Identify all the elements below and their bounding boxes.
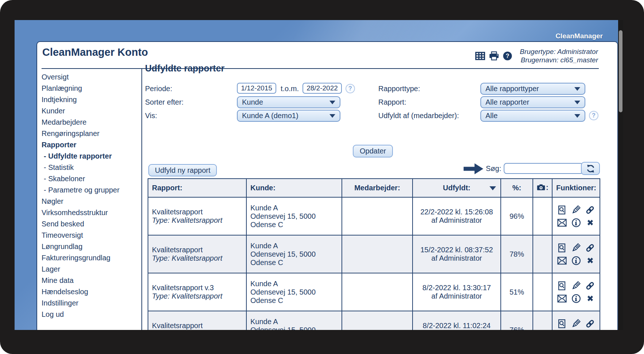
report-name: Kvalitetsrapport v.3 — [152, 284, 242, 292]
periode-from-input[interactable] — [237, 83, 276, 94]
rapport-select[interactable]: Alle rapporter — [480, 96, 585, 108]
udfyldt-af-select[interactable]: Alle — [480, 110, 585, 122]
sidebar-item-statistik[interactable]: - Statistik — [42, 162, 140, 173]
mail-icon[interactable] — [557, 219, 567, 227]
report-name: Kvalitetsrapport — [152, 208, 242, 216]
rapporttype-select[interactable]: Alle rapporttyper — [480, 83, 585, 95]
sidebar-item-kunder[interactable]: Kunder — [42, 105, 140, 117]
udfyld-ny-rapport-button[interactable]: Udfyld ny rapport — [148, 164, 217, 176]
sidebar-item-parametre-og-grupper[interactable]: - Parametre og grupper — [42, 184, 140, 196]
printer-icon[interactable] — [489, 51, 499, 61]
sidebar-item-indstillinger[interactable]: Indstillinger — [42, 297, 140, 309]
link-icon[interactable] — [585, 205, 595, 215]
search-input[interactable] — [504, 163, 583, 174]
vis-select[interactable]: Kunde A (demo1) — [237, 110, 340, 122]
report-type: Type: Kvalitetsrapport — [152, 216, 242, 225]
periode-to-input[interactable] — [303, 83, 342, 94]
browser-viewport: CleanManager CleanManager Konto ? Bruger… — [15, 20, 623, 330]
header-divider — [42, 68, 599, 69]
link-icon[interactable] — [585, 243, 595, 253]
customer-name: Kunde A — [250, 318, 338, 326]
col-funktioner[interactable]: Funktioner: — [552, 179, 600, 197]
customer-city: Odense C — [250, 296, 338, 305]
sidebar-item-timeoversigt[interactable]: Timeoversigt — [42, 230, 140, 241]
edit-icon[interactable] — [571, 281, 581, 291]
sidebar-item-medarbejdere[interactable]: Medarbejdere — [42, 117, 140, 128]
sidebar-item-virksomhedsstruktur[interactable]: Virksomhedsstruktur — [42, 207, 140, 218]
report-name: Kvalitetsrapport — [152, 322, 242, 330]
preview-icon[interactable] — [557, 243, 566, 253]
sidebar-item-rengoeringsplaner[interactable]: Rengøringsplaner — [42, 128, 140, 139]
search-label: Søg: — [486, 164, 501, 173]
employee-cell — [342, 311, 413, 330]
function-icons — [556, 318, 596, 330]
sidebar-item-udfyldte-rapporter[interactable]: - Udfyldte rapporter — [42, 151, 140, 162]
photo-cell — [533, 197, 552, 235]
table-row: KvalitetsrapportType: Kvalitetsrapport K… — [148, 235, 600, 273]
filled-by: af Administrator — [417, 216, 497, 225]
help-icon[interactable]: ? — [503, 51, 512, 61]
sidebar-item-rapporter[interactable]: Rapporter — [42, 139, 140, 151]
sidebar-item-faktureringsgrundlag[interactable]: Faktureringsgrundlag — [42, 252, 140, 264]
user-type: Brugertype: Administrator — [520, 47, 598, 56]
preview-icon[interactable] — [557, 205, 566, 215]
svg-text:?: ? — [506, 52, 510, 59]
filled-datetime: 8/2-2022 kl. 11:02:24 — [417, 322, 497, 330]
link-icon[interactable] — [585, 281, 595, 291]
scrollbar-thumb[interactable] — [619, 30, 622, 112]
sidebar-item-mine-data[interactable]: Mine data — [42, 275, 140, 286]
info-icon[interactable] — [571, 256, 581, 265]
link-icon[interactable] — [585, 319, 595, 328]
delete-icon[interactable] — [586, 294, 595, 303]
sidebar-item-loengrundlag[interactable]: Løngrundlag — [42, 241, 140, 252]
col-percent[interactable]: %: — [501, 179, 533, 197]
sidebar-item-lager[interactable]: Lager — [42, 264, 140, 275]
sorter-efter-value: Kunde — [242, 98, 329, 106]
function-icons — [556, 205, 596, 228]
functions-cell — [552, 311, 600, 330]
edit-icon[interactable] — [571, 319, 581, 328]
sidebar-item-oversigt[interactable]: Oversigt — [42, 71, 140, 83]
report-type: Type: Kvalitetsrapport — [152, 254, 242, 262]
mail-icon[interactable] — [557, 295, 567, 303]
sidebar-nav: Oversigt Planlægning Indtjekning Kunder … — [42, 71, 140, 320]
info-icon[interactable] — [571, 218, 581, 227]
sidebar-divider — [141, 69, 142, 330]
rapporttype-value: Alle rapporttyper — [485, 85, 574, 93]
table-grid-icon[interactable] — [475, 52, 485, 60]
edit-icon[interactable] — [571, 243, 581, 253]
sidebar-item-indtjekning[interactable]: Indtjekning — [42, 94, 140, 105]
scrollbar[interactable] — [618, 20, 623, 330]
sidebar-item-log-ud[interactable]: Log ud — [42, 309, 140, 320]
periode-help-icon[interactable]: ? — [346, 84, 355, 93]
table-header-row: Rapport: Kunde: Medarbejder: Udfyldt: %:… — [148, 179, 600, 197]
sidebar-item-skabeloner[interactable]: - Skabeloner — [42, 173, 140, 184]
sidebar-item-haendelseslog[interactable]: Hændelseslog — [42, 286, 140, 297]
col-photo[interactable]: : — [533, 179, 552, 197]
delete-icon[interactable] — [586, 218, 595, 227]
delete-icon[interactable] — [586, 256, 595, 265]
customer-address: Odensevej 15, 5000 — [250, 326, 338, 330]
sorter-efter-select[interactable]: Kunde — [237, 96, 340, 108]
col-kunde[interactable]: Kunde: — [246, 179, 342, 197]
udfyldt-af-help-icon[interactable]: ? — [589, 111, 598, 120]
refresh-button[interactable] — [581, 162, 600, 175]
periode-label: Periode: — [145, 85, 172, 93]
preview-icon[interactable] — [557, 319, 566, 328]
chevron-down-icon — [574, 87, 580, 91]
preview-icon[interactable] — [557, 281, 566, 291]
sidebar-item-planlaegning[interactable]: Planlægning — [42, 83, 140, 94]
col-rapport[interactable]: Rapport: — [148, 179, 246, 197]
percent-cell: 51% — [501, 273, 533, 311]
col-udfyldt[interactable]: Udfyldt: — [413, 179, 501, 197]
sidebar-item-send-besked[interactable]: Send besked — [42, 218, 140, 230]
sidebar-item-noegler[interactable]: Nøgler — [42, 196, 140, 207]
col-medarbejder[interactable]: Medarbejder: — [342, 179, 413, 197]
opdater-button[interactable]: Opdater — [353, 145, 393, 157]
mail-icon[interactable] — [557, 257, 567, 265]
sort-desc-icon[interactable] — [489, 186, 496, 190]
info-icon[interactable] — [571, 294, 581, 303]
rapport-value: Alle rapporter — [485, 98, 574, 106]
percent-cell: 78% — [501, 235, 533, 273]
edit-icon[interactable] — [571, 205, 581, 215]
